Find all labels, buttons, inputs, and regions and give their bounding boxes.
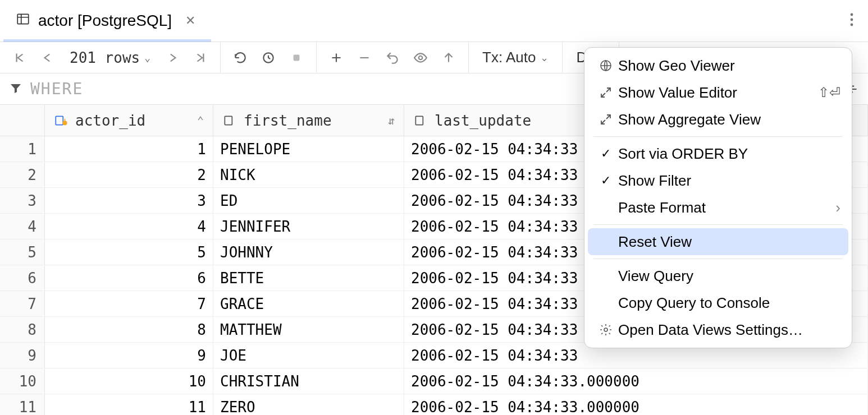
- cell-actor-id[interactable]: 10: [45, 368, 213, 394]
- menu-label: Show Value Editor: [618, 84, 816, 102]
- column-header-first-name[interactable]: first_name ⇵: [213, 105, 404, 136]
- cell-actor-id[interactable]: 7: [45, 291, 213, 316]
- cell-actor-id[interactable]: 8: [45, 317, 213, 342]
- row-number[interactable]: 6: [0, 265, 45, 290]
- menu-view-query[interactable]: View Query: [588, 262, 848, 289]
- svg-point-6: [419, 56, 423, 59]
- cell-last-update[interactable]: 2006-02-15 04:34:33.000000: [404, 368, 868, 394]
- cell-first-name[interactable]: ZERO: [213, 394, 404, 415]
- filter-placeholder: WHERE: [30, 80, 83, 98]
- tab-actor[interactable]: actor [PostgreSQL] ✕: [3, 0, 208, 42]
- cell-actor-id[interactable]: 1: [45, 136, 213, 162]
- cell-last-update[interactable]: 2006-02-15 04:34:33.000000: [404, 394, 868, 415]
- gear-icon: [596, 323, 616, 336]
- row-number[interactable]: 5: [0, 239, 45, 265]
- column-name: first_name: [244, 112, 332, 129]
- menu-label: View Query: [618, 268, 840, 285]
- cell-actor-id[interactable]: 3: [45, 188, 213, 213]
- cell-actor-id[interactable]: 4: [45, 214, 213, 239]
- menu-show-filter[interactable]: ✓ Show Filter: [588, 167, 848, 194]
- cell-first-name[interactable]: MATTHEW: [213, 317, 404, 342]
- menu-copy-query-to-console[interactable]: Copy Query to Console: [588, 289, 848, 316]
- column-icon: [222, 113, 237, 128]
- svg-point-3: [851, 24, 853, 26]
- tab-options-button[interactable]: [839, 12, 865, 29]
- row-number[interactable]: 8: [0, 317, 45, 342]
- cell-first-name[interactable]: NICK: [213, 162, 404, 187]
- row-number[interactable]: 2: [0, 162, 45, 187]
- key-column-icon: [54, 113, 68, 128]
- cell-actor-id[interactable]: 9: [45, 343, 213, 368]
- view-settings-menu: Show Geo Viewer Show Value Editor ⇧⏎ Sho…: [584, 47, 852, 348]
- menu-label: Show Geo Viewer: [618, 57, 840, 75]
- cell-actor-id[interactable]: 2: [45, 162, 213, 187]
- revert-button[interactable]: [381, 46, 404, 70]
- menu-separator: [593, 136, 843, 137]
- menu-reset-view[interactable]: Reset View: [588, 228, 848, 255]
- svg-rect-0: [17, 14, 29, 24]
- expand-icon: [596, 86, 616, 99]
- reload-button[interactable]: [229, 46, 252, 70]
- expand-icon: [596, 113, 616, 126]
- row-number[interactable]: 9: [0, 343, 45, 368]
- next-page-button[interactable]: [161, 46, 184, 70]
- menu-show-geo-viewer[interactable]: Show Geo Viewer: [588, 52, 848, 79]
- row-number-header[interactable]: [0, 105, 45, 136]
- first-page-button[interactable]: [8, 46, 31, 70]
- menu-label: Copy Query to Console: [618, 294, 840, 312]
- sort-toggle-icon: ⇵: [388, 114, 395, 127]
- svg-point-1: [851, 13, 853, 16]
- column-header-actor-id[interactable]: actor_id ⌃: [45, 105, 213, 136]
- row-number[interactable]: 1: [0, 136, 45, 162]
- menu-label: Paste Format: [618, 199, 833, 216]
- sort-asc-icon: ⌃: [197, 114, 204, 127]
- remove-row-button[interactable]: [353, 46, 376, 70]
- row-count-label: 201 rows: [70, 49, 140, 66]
- menu-sort-order-by[interactable]: ✓ Sort via ORDER BY: [588, 140, 848, 167]
- check-icon: ✓: [596, 173, 616, 188]
- svg-point-11: [63, 121, 67, 125]
- cell-first-name[interactable]: ED: [213, 188, 404, 213]
- row-number[interactable]: 3: [0, 188, 45, 213]
- cell-first-name[interactable]: PENELOPE: [213, 136, 404, 162]
- cell-first-name[interactable]: JOE: [213, 343, 404, 368]
- cell-first-name[interactable]: JOHNNY: [213, 239, 404, 265]
- cell-actor-id[interactable]: 6: [45, 265, 213, 290]
- row-count-dropdown[interactable]: 201 rows ⌄: [64, 49, 156, 66]
- stop-button[interactable]: [285, 46, 308, 70]
- row-number[interactable]: 10: [0, 368, 45, 394]
- tab-active-indicator: [3, 39, 211, 42]
- cell-actor-id[interactable]: 11: [45, 394, 213, 415]
- cell-actor-id[interactable]: 5: [45, 239, 213, 265]
- cell-first-name[interactable]: GRACE: [213, 291, 404, 316]
- table-icon: [16, 12, 30, 30]
- menu-open-data-views-settings[interactable]: Open Data Views Settings…: [588, 316, 848, 343]
- preview-button[interactable]: [409, 46, 432, 70]
- menu-label: Show Filter: [618, 172, 840, 190]
- svg-point-15: [604, 328, 607, 331]
- table-row[interactable]: 1010CHRISTIAN2006-02-15 04:34:33.000000: [0, 368, 868, 394]
- menu-paste-format[interactable]: Paste Format ›: [588, 194, 848, 221]
- tx-mode-dropdown[interactable]: Tx: Auto ⌄: [477, 49, 554, 66]
- chevron-right-icon: ›: [835, 199, 840, 216]
- row-number[interactable]: 11: [0, 394, 45, 415]
- prev-page-button[interactable]: [36, 46, 60, 70]
- row-number[interactable]: 4: [0, 214, 45, 239]
- last-page-button[interactable]: [189, 46, 212, 70]
- table-row[interactable]: 1111ZERO2006-02-15 04:34:33.000000: [0, 394, 868, 415]
- menu-separator: [593, 259, 843, 259]
- submit-button[interactable]: [437, 46, 460, 70]
- menu-separator: [593, 224, 843, 225]
- cell-first-name[interactable]: JENNIFER: [213, 214, 404, 239]
- close-icon[interactable]: ✕: [185, 13, 195, 28]
- menu-show-aggregate-view[interactable]: Show Aggregate View: [588, 106, 848, 133]
- globe-icon: [596, 59, 616, 72]
- svg-rect-10: [56, 116, 63, 125]
- menu-show-value-editor[interactable]: Show Value Editor ⇧⏎: [588, 79, 848, 106]
- add-row-button[interactable]: [325, 46, 348, 70]
- cell-first-name[interactable]: CHRISTIAN: [213, 368, 404, 394]
- menu-label: Open Data Views Settings…: [618, 321, 840, 339]
- cell-first-name[interactable]: BETTE: [213, 265, 404, 290]
- history-button[interactable]: [257, 46, 280, 70]
- row-number[interactable]: 7: [0, 291, 45, 316]
